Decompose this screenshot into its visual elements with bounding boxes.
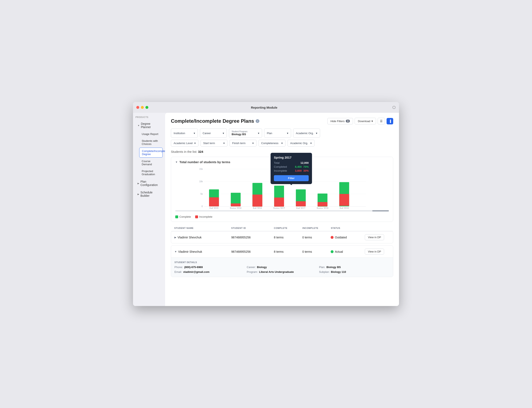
complete-2: 8 terms	[274, 250, 302, 253]
chevron-right-icon: ▶	[138, 182, 139, 185]
tooltip-completed-row: Completed 8,400 70%	[274, 165, 309, 168]
complete-1: 8 terms	[274, 236, 302, 239]
status-1: Outdated	[331, 236, 365, 239]
table-row-header-1: ▶ Vladimir Shevchuk 987468955256 8 terms…	[171, 231, 393, 243]
complete-dot	[175, 215, 178, 218]
academic-org-2-filter[interactable]: Academic Org. ▾	[288, 140, 315, 147]
table-row-expanded: ▼ Vladimir Shevchuk 987468955256 8 terms…	[171, 246, 393, 277]
sidebar-group-label-degree-planner: Degree Planner	[141, 122, 161, 129]
table-row: ▶ Vladimir Shevchuk 987468955256 8 terms…	[171, 231, 393, 243]
bar-fall2016-incomplete[interactable]	[253, 195, 262, 206]
chart-title: Total number of students by terms	[179, 160, 230, 164]
chart-legend: Complete Incomplete	[175, 215, 389, 218]
chart-section: ▼ Total number of students by terms Spri…	[171, 157, 393, 222]
filter-badge: 0	[346, 120, 350, 123]
phone-label: Phone:	[175, 266, 183, 269]
svg-text:Fall 2015: Fall 2015	[209, 207, 218, 209]
completeness-label: Completeness	[261, 142, 278, 145]
legend-complete: Complete	[175, 215, 191, 218]
legend-incomplete-label: Incomplete	[199, 215, 213, 218]
academic-level-filter[interactable]: Academic Level ▾	[171, 140, 199, 147]
bar-fall2015-incomplete[interactable]	[209, 197, 219, 206]
bar-fall2018-incomplete[interactable]	[339, 194, 349, 206]
chevron-down-icon: ▾	[223, 132, 224, 135]
expand-row-1-button[interactable]: ▶	[175, 236, 176, 239]
svg-text:Fall 2018: Fall 2018	[340, 207, 349, 209]
app-window: Reporting Module ⬡ PRODUCTS ▼ Degree Pla…	[133, 102, 399, 306]
plan-filter[interactable]: Plan ▾	[264, 128, 291, 138]
view-in-dp-button-1[interactable]: View in DP	[365, 234, 384, 240]
table-row-header-2: ▼ Vladimir Shevchuk 987468955256 8 terms…	[171, 246, 393, 257]
student-details: STUDENT DETAILS Phone: (800)-675-6969 Ca…	[171, 257, 393, 277]
svg-text:Fall 2017: Fall 2017	[296, 207, 305, 209]
th-complete: COMPLETE	[274, 227, 302, 229]
sidebar-item-course-demand[interactable]: Course Demand	[139, 158, 163, 168]
finish-term-filter[interactable]: Finish term ▾	[230, 140, 257, 147]
tooltip-incomplete-label: Incomplete	[274, 169, 287, 172]
academic-level-label: Academic Level	[174, 142, 193, 145]
start-term-filter[interactable]: Start term ▾	[200, 140, 227, 147]
expand-row-2-button[interactable]: ▼	[175, 250, 177, 253]
program-value: Liberal Arts Undergraduate	[259, 270, 294, 273]
download-button[interactable]: Download ▾	[355, 118, 376, 124]
career-value: Biology	[257, 266, 267, 269]
sidebar-item-projected-graduation[interactable]: Projected Graduation	[139, 168, 163, 178]
sidebar-group-label-schedule-builder: Schedule Builder	[141, 191, 161, 197]
subplan-label: Subplan:	[319, 270, 330, 273]
chart-view-button[interactable]: ▐	[387, 118, 393, 124]
svg-text:Spring 2018: Spring 2018	[317, 207, 329, 209]
academic-org-filter[interactable]: Academic Org. ▾	[293, 128, 320, 138]
action-1: View in DP	[365, 234, 390, 240]
svg-text:Fall 2016: Fall 2016	[253, 207, 262, 209]
completeness-filter[interactable]: Completeness ▾	[258, 140, 285, 147]
status-badge-2: Actual	[331, 250, 365, 253]
th-action	[365, 227, 390, 229]
table-section: STUDENT NAME STUDENT ID COMPLETE INCOMPL…	[171, 227, 393, 277]
list-icon: ☰	[380, 119, 383, 123]
email-label: Email:	[175, 270, 182, 273]
academic-org-label: Academic Org.	[296, 132, 314, 135]
chevron-down-icon: ▾	[258, 132, 259, 135]
institution-filter[interactable]: Institution ▾	[171, 128, 198, 138]
chevron-down-icon: ▾	[287, 132, 288, 135]
view-in-dp-button-2[interactable]: View in DP	[365, 249, 384, 255]
program-label: Program:	[247, 270, 258, 273]
sidebar-group-header-schedule-builder[interactable]: ▶ Schedule Builder	[135, 189, 163, 199]
chart-collapse-icon[interactable]: ▼	[175, 161, 178, 164]
bar-spring2017-incomplete[interactable]	[274, 198, 284, 207]
chart-scrollbar-track	[175, 210, 389, 212]
info-icon[interactable]: i	[256, 119, 259, 123]
chevron-right-icon-2: ▶	[138, 193, 139, 195]
tooltip-total-label: Total	[274, 161, 279, 164]
sidebar-item-students-choices[interactable]: Students with Choices	[139, 138, 163, 147]
sidebar-item-usage-report[interactable]: Usage Report	[139, 131, 163, 137]
external-link-icon[interactable]: ⬡	[392, 105, 396, 110]
status-2: Actual	[331, 250, 365, 253]
list-view-button[interactable]: ☰	[378, 118, 385, 124]
sidebar-item-complete-incomplete[interactable]: Complete/Incomplete Degree	[139, 148, 163, 158]
tooltip-filter-button[interactable]: Filter	[274, 175, 309, 181]
app-body: PRODUCTS ▼ Degree Planner Usage Report S…	[133, 113, 399, 306]
th-incomplete: INCOMPLETE	[302, 227, 331, 229]
sidebar-group-header-degree-planner[interactable]: ▼ Degree Planner	[135, 120, 163, 130]
student-name-2: ▼ Vladimir Shevchuk	[175, 250, 231, 253]
sidebar-group-header-plan-configuration[interactable]: ▶ Plan Configuration	[135, 178, 163, 188]
student-id-1: 987468955256	[231, 236, 274, 239]
filters-row-1: Institution ▾ Career ▾ Student Program: …	[171, 128, 393, 138]
chevron-down-icon: ▼	[138, 124, 140, 127]
career-filter[interactable]: Career ▾	[200, 128, 227, 138]
svg-text:5k: 5k	[200, 193, 203, 195]
bar-fall2017-incomplete[interactable]	[296, 201, 306, 206]
svg-text:15k: 15k	[199, 168, 203, 170]
sidebar-group-schedule-builder: ▶ Schedule Builder	[135, 189, 163, 199]
chart-scrollbar-thumb[interactable]	[372, 210, 389, 212]
bar-spring2018-incomplete[interactable]	[318, 202, 328, 206]
student-program-filter[interactable]: Student Program: Biology BS ▾	[229, 128, 262, 138]
students-count-value: 324	[198, 150, 203, 153]
detail-phone: Phone: (800)-675-6969	[175, 266, 245, 269]
student-details-title: STUDENT DETAILS	[175, 261, 390, 264]
student-name-1: ▶ Vladimir Shevchuk	[175, 236, 231, 239]
bar-spring2016-incomplete[interactable]	[231, 203, 241, 206]
hide-filters-button[interactable]: Hide Filters 0	[327, 118, 353, 124]
tooltip-total-value: 12,000	[300, 161, 309, 164]
